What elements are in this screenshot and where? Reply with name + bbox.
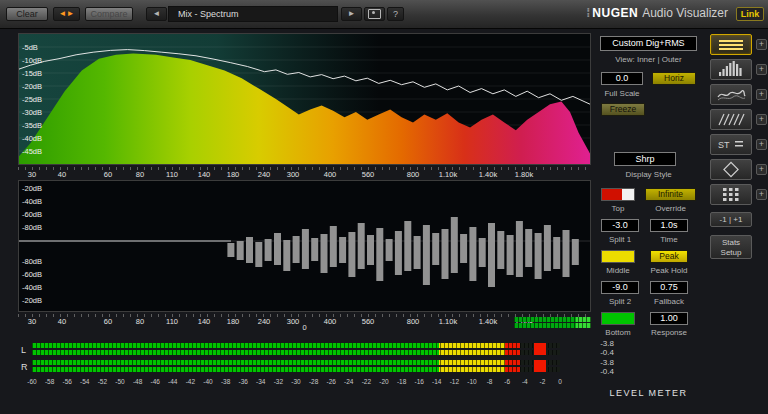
- meter-scale-label: -36: [238, 378, 247, 385]
- time-input[interactable]: 1.0s: [650, 219, 688, 232]
- response-input[interactable]: 1.00: [650, 312, 688, 325]
- meter-scale-label: -28: [309, 378, 318, 385]
- add-spectrum-button[interactable]: +: [756, 64, 767, 75]
- display-style-dropdown[interactable]: Shrp: [614, 152, 676, 166]
- camera-icon: [368, 9, 381, 19]
- spectrum-display[interactable]: -5dB-10dB-15dB-20dB-25dB-30dB-35dB-40dB-…: [18, 33, 591, 165]
- middle-label: Middle: [598, 266, 638, 275]
- meter-scale: -60-58-56-54-52-50-48-46-44-42-40-38-36-…: [18, 378, 591, 388]
- freq-label: 240: [258, 170, 271, 179]
- infinite-button[interactable]: Infinite: [645, 188, 696, 201]
- split1-input[interactable]: -3.0: [601, 219, 639, 232]
- db-axis-label: -30dB: [22, 108, 42, 117]
- level-readout: -0.4: [592, 348, 614, 357]
- view-button-grid[interactable]: [710, 184, 752, 205]
- meter-scale-label: -18: [397, 378, 406, 385]
- prev-preset-button[interactable]: ◄: [146, 7, 167, 21]
- vectorscope-icon: [711, 160, 751, 179]
- view-selector-strip: -1 | +1 Stats Setup ++++ST+++: [704, 0, 768, 414]
- add-history-button[interactable]: +: [756, 114, 767, 125]
- history-icon: [711, 110, 751, 129]
- db-axis-label: -35dB: [22, 121, 42, 130]
- play-button[interactable]: ►: [341, 7, 362, 21]
- stats-label-2: Setup: [711, 248, 751, 258]
- nugen-dots-icon: ⁞: [586, 6, 590, 20]
- meter-scale-label: -2: [540, 378, 546, 385]
- meter-scale-label: -16: [414, 378, 423, 385]
- add-grid-button[interactable]: +: [756, 189, 767, 200]
- full-scale-input[interactable]: 0.0: [601, 72, 643, 85]
- left-triangle-icon: ◄: [153, 9, 161, 18]
- meter-scale-label: -10: [467, 378, 476, 385]
- view-button-vectorscope[interactable]: [710, 159, 752, 180]
- view-button-spectrum[interactable]: [710, 59, 752, 80]
- add-level-meter-button[interactable]: +: [756, 39, 767, 50]
- brand-name: NUGEN: [592, 6, 638, 20]
- freq-label: 80: [136, 170, 144, 179]
- meter-scale-label: -58: [45, 378, 54, 385]
- stats-label-1: Stats: [711, 238, 751, 248]
- meter-scale-label: -38: [221, 378, 230, 385]
- spectrum-icon: [711, 60, 751, 79]
- channel-offset-button[interactable]: -1 | +1: [710, 212, 752, 227]
- meter-bar-right: [32, 359, 560, 373]
- meter-channel-right: R: [18, 359, 591, 374]
- grid-icon: [711, 185, 751, 204]
- view-button-history[interactable]: [710, 109, 752, 130]
- meter-scale-label: -54: [80, 378, 89, 385]
- peak-hold-block-right: [534, 360, 546, 372]
- help-button[interactable]: ?: [387, 7, 404, 21]
- meter-strip: [32, 367, 560, 372]
- meter-scale-label: -60: [27, 378, 36, 385]
- overview-meter-strip: [514, 323, 591, 328]
- middle-color-swatch[interactable]: [601, 250, 635, 263]
- bottom-color-swatch[interactable]: [601, 312, 635, 325]
- view-mode-toggle[interactable]: View: Inner | Outer: [600, 55, 697, 64]
- overview-meter: [514, 317, 591, 330]
- overview-meter-strip: [514, 317, 591, 322]
- freq-label: 1.40k: [479, 170, 497, 179]
- add-stereo-button[interactable]: +: [756, 139, 767, 150]
- meter-scale-label: -20: [379, 378, 388, 385]
- top-color-swatch[interactable]: [601, 188, 635, 201]
- spectrum-chart: -5dB-10dB-15dB-20dB-25dB-30dB-35dB-40dB-…: [19, 34, 590, 164]
- difference-display[interactable]: -20dB-40dB-60dB-80dB-80dB-60dB-40dB-20dB: [18, 180, 591, 312]
- freq-label: 400: [324, 170, 337, 179]
- preset-selector[interactable]: Mix - Spectrum: [168, 6, 338, 22]
- level-readouts: -3.8-0.4-3.8-0.4: [592, 339, 614, 376]
- freq-label: 60: [104, 170, 112, 179]
- view-button-level-meter[interactable]: [710, 34, 752, 55]
- freq-label: 800: [407, 170, 420, 179]
- meter-scale-label: -34: [256, 378, 265, 385]
- db-axis-label: -60dB: [22, 270, 42, 279]
- ab-arrows-button[interactable]: ◄►: [53, 7, 80, 21]
- full-scale-label: Full Scale: [596, 89, 648, 98]
- meter-mode-dropdown[interactable]: Custom Dig+RMS: [600, 36, 697, 51]
- horiz-button[interactable]: Horiz: [652, 72, 696, 85]
- peak-hold-label: Peak Hold: [644, 266, 694, 275]
- response-label: Response: [644, 328, 694, 337]
- add-vectorscope-button[interactable]: +: [756, 164, 767, 175]
- peak-button[interactable]: Peak: [650, 250, 688, 263]
- level-readout: -3.8: [592, 339, 614, 348]
- clear-button[interactable]: Clear: [6, 7, 48, 21]
- add-spectrogram-button[interactable]: +: [756, 89, 767, 100]
- compare-button[interactable]: Compare: [85, 7, 133, 21]
- meter-scale-label: -46: [150, 378, 159, 385]
- split2-label: Split 2: [598, 297, 642, 306]
- fallback-input[interactable]: 0.75: [650, 281, 688, 294]
- stats-setup-button[interactable]: Stats Setup: [710, 235, 752, 259]
- view-button-stereo[interactable]: ST: [710, 134, 752, 155]
- split2-input[interactable]: -9.0: [601, 281, 639, 294]
- freq-label: 30: [28, 170, 36, 179]
- view-button-spectrogram[interactable]: [710, 84, 752, 105]
- snapshot-button[interactable]: [364, 7, 385, 21]
- preset-label: Mix - Spectrum: [178, 9, 239, 19]
- freeze-button[interactable]: Freeze: [601, 103, 645, 116]
- zero-axis-label: 0: [18, 323, 591, 332]
- plugin-window: Clear ◄► Compare ◄ Mix - Spectrum ► ? ⁞N…: [0, 0, 768, 414]
- db-axis-label: -40dB: [22, 197, 42, 206]
- channel-label-right: R: [21, 362, 28, 372]
- db-axis-label: -80dB: [22, 257, 42, 266]
- db-axis-label: -20dB: [22, 184, 42, 193]
